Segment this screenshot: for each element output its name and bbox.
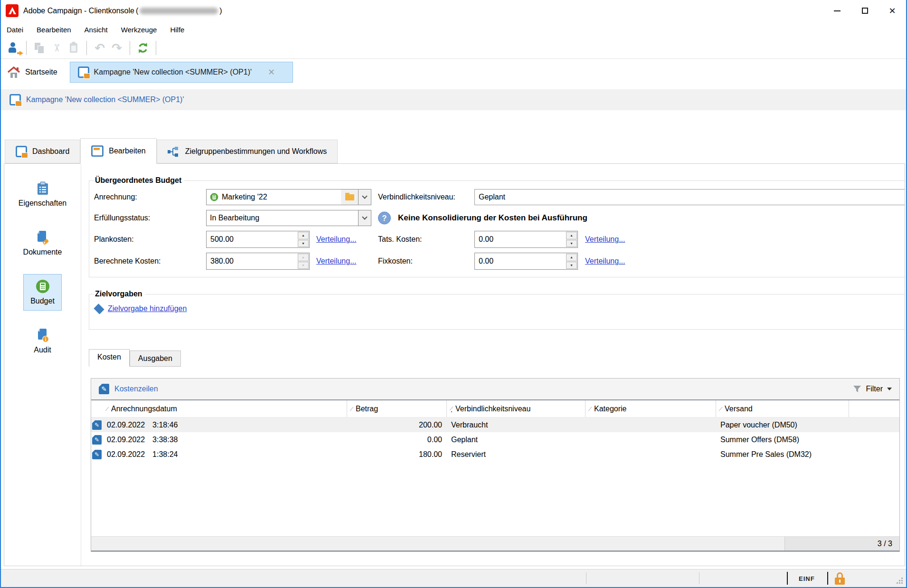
menu-datei[interactable]: Datei — [7, 26, 23, 34]
redo-icon[interactable]: ↷ — [108, 40, 125, 56]
row-date: 02.09.2022 — [107, 436, 145, 444]
tab-startseite[interactable]: Startseite — [6, 66, 63, 79]
undo-icon[interactable]: ↶ — [91, 40, 108, 56]
anrechnung-value: Marketing '22 — [222, 193, 267, 201]
column-kategorie[interactable]: ∕ Kategorie — [586, 400, 716, 417]
spin-up-icon[interactable]: ▲ — [298, 254, 309, 261]
home-icon — [7, 66, 21, 79]
column-verbindlichkeitsniveau[interactable]: ∕ Verbindlichkeitsniveau — [447, 400, 586, 417]
tab-label: Dashboard — [32, 147, 69, 156]
spin-down-icon[interactable]: ▼ — [298, 240, 309, 247]
filter-control[interactable]: Filter — [853, 385, 892, 393]
row-icon-cell: ✎ — [91, 420, 103, 430]
menu-ansicht[interactable]: Ansicht — [85, 26, 108, 34]
cell-verbindlichkeitsniveau: Reserviert — [447, 450, 586, 459]
kostenzeilen-link[interactable]: Kostenzeilen — [114, 385, 158, 393]
erfuellungsstatus-select[interactable]: In Bearbeitung — [206, 210, 371, 226]
fixkosten-input[interactable]: 0.00 ▲ ▼ — [474, 253, 578, 270]
breadcrumb-link[interactable]: Kampagne 'New collection <SUMMER> (OP1)' — [26, 95, 184, 104]
tats-kosten-verteilung-link[interactable]: Verteilung... — [585, 235, 625, 244]
anrechnung-field[interactable]: Marketing '22 — [206, 189, 371, 205]
copy-icon[interactable] — [31, 40, 48, 56]
menu-bearbeiten[interactable]: Bearbeiten — [37, 26, 71, 34]
close-button[interactable]: ✕ — [879, 0, 906, 21]
tab-bearbeiten[interactable]: Bearbeiten — [80, 138, 156, 164]
calculator-icon — [210, 193, 218, 201]
toolbar-separator — [130, 41, 130, 55]
toolbar-separator — [86, 41, 87, 55]
table-row[interactable]: ✎ 02.09.2022 3:18:46 200.00 Verbraucht P… — [91, 417, 899, 432]
statusbar-separator — [699, 572, 699, 584]
tab-campaign-active[interactable]: Kampagne 'New collection <SUMMER> (OP1)'… — [70, 62, 293, 83]
refresh-icon[interactable] — [134, 40, 151, 56]
erfuellungsstatus-dropdown-button[interactable] — [358, 210, 371, 226]
username-paren-open: ( — [136, 7, 138, 15]
window-controls: ✕ — [823, 0, 906, 21]
document-tabbar: Startseite Kampagne 'New collection <SUM… — [1, 59, 906, 85]
spin-down-icon[interactable]: ▼ — [566, 262, 577, 269]
anrechnung-dropdown-button[interactable] — [358, 190, 371, 205]
tab-close-icon[interactable]: ✕ — [268, 68, 275, 76]
spin-down-icon[interactable]: ▼ — [298, 262, 309, 269]
sidebar-item-eigenschaften[interactable]: Eigenschaften — [11, 176, 74, 213]
berechnete-kosten-input[interactable]: 380.00 ▲ ▼ — [206, 253, 310, 270]
tats-kosten-input[interactable]: 0.00 ▲ ▼ — [474, 231, 578, 248]
erfuellungsstatus-value: In Bearbeitung — [210, 214, 259, 222]
add-zielvorgabe-link[interactable]: Zielvorgabe hinzufügen — [108, 304, 187, 313]
table-row[interactable]: ✎ 02.09.2022 1:38:24 180.00 Reserviert S… — [91, 447, 899, 462]
help-icon[interactable]: ? — [378, 212, 391, 225]
column-label: Kategorie — [594, 405, 627, 413]
group-legend: Zielvorgaben — [94, 290, 145, 298]
plankosten-verteilung-link[interactable]: Verteilung... — [316, 235, 357, 244]
tab-kosten[interactable]: Kosten — [89, 349, 130, 367]
spin-up-icon[interactable]: ▲ — [566, 254, 577, 261]
scissors-icon: ✂ — [51, 44, 62, 52]
sidebar-item-audit[interactable]: Audit — [27, 323, 58, 360]
tab-ausgaben[interactable]: Ausgaben — [130, 351, 181, 367]
paste-icon[interactable] — [65, 40, 82, 56]
statusbar-separator — [586, 572, 586, 584]
verbindlichkeitsniveau-field[interactable]: Geplant — [474, 189, 905, 205]
edit-pencil-icon: ✎ — [92, 450, 102, 459]
campaign-icon — [9, 94, 21, 105]
row-date: 02.09.2022 — [107, 421, 145, 429]
tab-zielgruppen-workflows[interactable]: Zielgruppenbestimmungen und Workflows — [157, 140, 338, 163]
table-row[interactable]: ✎ 02.09.2022 3:38:38 0.00 Geplant Summer… — [91, 432, 899, 447]
sidebar: Eigenschaften Dokumente — [4, 164, 81, 566]
form-row-berechnete-kosten: Berechnete Kosten: 380.00 ▲ ▼ Verteilung… — [93, 250, 905, 272]
connect-icon[interactable] — [5, 40, 22, 56]
insert-mode-indicator: EINF — [799, 575, 815, 582]
column-versand[interactable]: ∕ Versand — [716, 400, 849, 417]
app-window: Adobe Campaign - Clientkonsole ( ) ✕ Dat… — [0, 0, 907, 588]
spin-up-icon[interactable]: ▲ — [566, 232, 577, 239]
spinner: ▲ ▼ — [566, 253, 577, 269]
cut-icon[interactable]: ✂ — [48, 40, 65, 56]
sort-icon: ∕ — [590, 406, 591, 412]
column-anrechnungsdatum[interactable]: ∕ Anrechnungsdatum — [103, 400, 347, 417]
erfuellungsstatus-label: Erfüllungsstatus: — [94, 214, 150, 222]
spin-down-icon[interactable]: ▼ — [566, 240, 577, 247]
cell-versand: Paper voucher (DM50) — [716, 421, 849, 429]
plankosten-input[interactable]: 500.00 ▲ ▼ — [206, 231, 310, 248]
toolbar-separator — [26, 41, 27, 55]
campaign-icon — [78, 66, 89, 78]
fixkosten-verteilung-link[interactable]: Verteilung... — [585, 257, 625, 266]
folder-picker-button[interactable] — [341, 190, 358, 205]
sidebar-item-budget[interactable]: Budget — [23, 274, 62, 311]
resize-grip[interactable] — [897, 578, 904, 585]
maximize-button[interactable] — [851, 0, 879, 21]
breadcrumb: Kampagne 'New collection <SUMMER> (OP1)' — [1, 89, 906, 110]
tab-dashboard[interactable]: Dashboard — [5, 140, 80, 163]
copy-pages-icon — [35, 43, 44, 53]
minimize-button[interactable] — [823, 0, 851, 21]
menu-hilfe[interactable]: Hilfe — [170, 26, 184, 34]
sidebar-item-dokumente[interactable]: Dokumente — [16, 225, 69, 262]
statusbar: EINF — [1, 569, 906, 587]
anrechnung-label: Anrechnung: — [94, 193, 137, 201]
main-tabbar: Dashboard Bearbeiten Zielgruppenbestimmu… — [1, 138, 906, 163]
berechnete-kosten-verteilung-link[interactable]: Verteilung... — [316, 257, 357, 266]
menu-werkzeuge[interactable]: Werkzeuge — [121, 26, 157, 34]
column-betrag[interactable]: ∕ Betrag — [347, 400, 447, 417]
spin-up-icon[interactable]: ▲ — [298, 232, 309, 239]
plankosten-label: Plankosten: — [94, 235, 134, 244]
